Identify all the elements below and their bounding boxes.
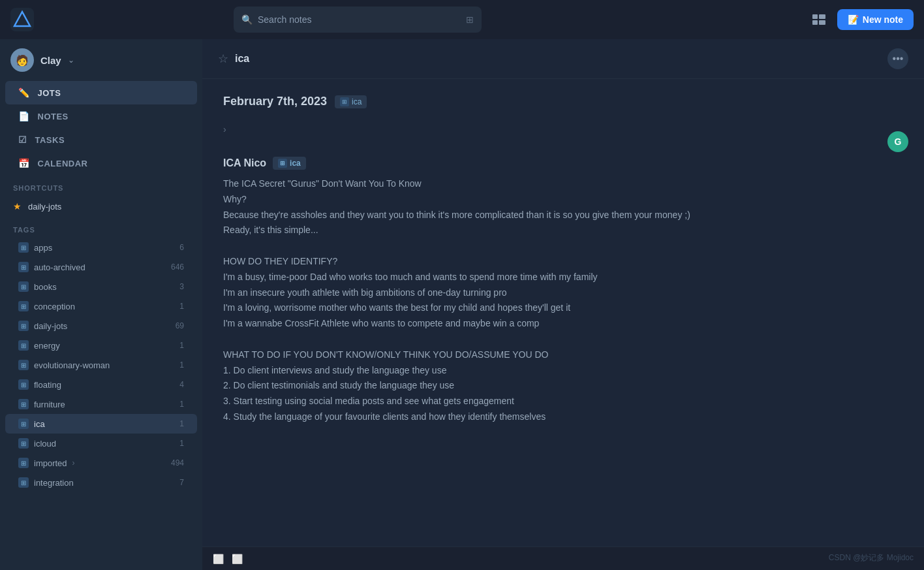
- note-tag-badge[interactable]: ⊞ ica: [335, 95, 367, 108]
- bottom-icon-1[interactable]: ⬜: [213, 554, 224, 564]
- note-star-icon[interactable]: ☆: [218, 52, 228, 66]
- tag-item-evolutionary-woman[interactable]: ⊞ evolutionary-woman 1: [5, 355, 197, 375]
- shortcuts-section-label: SHORTCUTS: [0, 175, 202, 196]
- tag-label: ica: [34, 419, 45, 429]
- nav-item-notes[interactable]: 📄 NOTES: [5, 104, 197, 128]
- note-more-button[interactable]: •••: [887, 48, 908, 69]
- note-date-row: February 7th, 2023 ⊞ ica: [223, 95, 903, 108]
- search-icon: 🔍: [241, 14, 253, 25]
- tag-count: 1: [179, 341, 184, 350]
- search-input[interactable]: [258, 14, 461, 25]
- tag-label: daily-jots: [34, 321, 67, 331]
- tag-count: 1: [179, 439, 184, 448]
- tag-count: 3: [179, 282, 184, 291]
- layout-toggle-button[interactable]: [808, 10, 829, 29]
- note-header: ☆ ica •••: [202, 39, 924, 79]
- collaborator-initial: G: [895, 136, 902, 147]
- filter-icon[interactable]: ⊞: [466, 14, 474, 25]
- search-bar[interactable]: 🔍 ⊞: [234, 7, 482, 33]
- tag-label: integration: [34, 478, 74, 488]
- tag-item-auto-archived[interactable]: ⊞ auto-archived 646: [5, 257, 197, 277]
- note-date: February 7th, 2023: [223, 95, 327, 108]
- tag-item-energy[interactable]: ⊞ energy 1: [5, 336, 197, 355]
- tags-section-label: TAGS: [0, 217, 202, 238]
- new-note-button[interactable]: 📝 New note: [837, 9, 914, 30]
- tag-label: energy: [34, 341, 60, 351]
- tag-count: 1: [179, 400, 184, 409]
- nav-item-tasks[interactable]: ☑ TASKS: [5, 128, 197, 151]
- tag-label: imported: [34, 458, 67, 468]
- tag-label: books: [34, 282, 57, 292]
- tag-hash-icon: ⊞: [18, 262, 29, 272]
- tag-count: 69: [176, 321, 184, 330]
- tag-item-conception[interactable]: ⊞ conception 1: [5, 296, 197, 316]
- sidebar: 🧑 Clay ⌄ ✏️ JOTS 📄 NOTES ☑ TASKS 📅 CALEN…: [0, 39, 202, 570]
- tag-item-icloud[interactable]: ⊞ icloud 1: [5, 434, 197, 453]
- tag-count: 494: [171, 458, 184, 467]
- tag-label: conception: [34, 302, 75, 311]
- calendar-icon: 📅: [18, 158, 30, 168]
- bottom-icon-2[interactable]: ⬜: [232, 554, 243, 564]
- user-menu-chevron-icon: ⌄: [68, 55, 74, 65]
- tag-hash-icon: ⊞: [18, 477, 29, 488]
- nav-label-tasks: TASKS: [35, 135, 65, 145]
- shortcut-label: daily-jots: [28, 202, 61, 212]
- section-tag-label: ica: [290, 159, 301, 168]
- watermark: CSDN @妙记多 Mojidoc: [829, 552, 914, 563]
- user-name: Clay: [40, 55, 61, 66]
- more-icon: •••: [893, 53, 904, 65]
- tag-item-integration[interactable]: ⊞ integration 7: [5, 473, 197, 492]
- app-logo[interactable]: [10, 8, 34, 31]
- tag-label: icloud: [34, 439, 56, 449]
- tag-hash-icon: ⊞: [18, 419, 29, 429]
- shortcut-daily-jots[interactable]: ★ daily-jots: [0, 196, 202, 217]
- tag-badge-label: ica: [352, 97, 362, 106]
- collaborator-avatar: G: [887, 131, 908, 152]
- tag-count: 6: [179, 243, 184, 252]
- section-title-text: ICA Nico: [223, 157, 266, 169]
- tag-hash-icon: ⊞: [18, 301, 29, 311]
- new-note-label: New note: [863, 14, 903, 25]
- tag-hash-icon: ⊞: [18, 321, 29, 331]
- section-tag-badge[interactable]: ⊞ ica: [273, 157, 306, 170]
- tag-count: 4: [179, 380, 184, 389]
- tag-item-apps[interactable]: ⊞ apps 6: [5, 238, 197, 257]
- expand-chevron-icon[interactable]: ›: [223, 124, 226, 135]
- tag-hash-icon: ⊞: [18, 360, 29, 370]
- note-body: G February 7th, 2023 ⊞ ica › ICA Nico ⊞ …: [202, 79, 924, 546]
- tag-hash-icon: ⊞: [18, 340, 29, 351]
- tag-label: floating: [34, 380, 61, 390]
- tag-hash-icon: ⊞: [18, 379, 29, 390]
- note-section-title: ICA Nico ⊞ ica: [223, 157, 903, 170]
- tag-item-floating[interactable]: ⊞ floating 4: [5, 375, 197, 394]
- nav-label-jots: JOTS: [38, 88, 61, 98]
- nav-label-calendar: CALENDAR: [38, 159, 88, 168]
- nav-item-jots[interactable]: ✏️ JOTS: [5, 81, 197, 104]
- main-layout: 🧑 Clay ⌄ ✏️ JOTS 📄 NOTES ☑ TASKS 📅 CALEN…: [0, 39, 924, 570]
- svg-rect-5: [819, 20, 825, 25]
- content-area: ☆ ica ••• G February 7th, 2023 ⊞ ica ›: [202, 39, 924, 570]
- tag-item-books[interactable]: ⊞ books 3: [5, 277, 197, 296]
- tag-label: evolutionary-woman: [34, 360, 110, 370]
- tag-hash-icon: ⊞: [18, 399, 29, 409]
- user-menu[interactable]: 🧑 Clay ⌄: [0, 39, 202, 81]
- tag-hash-icon: ⊞: [18, 281, 29, 292]
- tag-item-ica[interactable]: ⊞ ica 1: [5, 414, 197, 434]
- tag-label: furniture: [34, 400, 65, 409]
- tag-item-furniture[interactable]: ⊞ furniture 1: [5, 394, 197, 414]
- nav-item-calendar[interactable]: 📅 CALENDAR: [5, 151, 197, 175]
- tag-count: 1: [179, 360, 184, 370]
- tag-hash-icon: ⊞: [18, 242, 29, 253]
- tag-item-daily-jots[interactable]: ⊞ daily-jots 69: [5, 316, 197, 336]
- jots-icon: ✏️: [18, 87, 30, 98]
- svg-rect-3: [819, 14, 825, 19]
- svg-rect-4: [812, 20, 818, 25]
- note-title: ica: [235, 53, 249, 65]
- tag-label: auto-archived: [34, 262, 85, 272]
- section-tag-hash-icon: ⊞: [278, 159, 287, 168]
- tag-count: 646: [171, 262, 184, 272]
- svg-rect-2: [812, 14, 818, 19]
- tag-count: 7: [179, 478, 184, 487]
- nav-label-notes: NOTES: [38, 112, 69, 121]
- tag-item-imported[interactable]: ⊞ imported › 494: [5, 453, 197, 473]
